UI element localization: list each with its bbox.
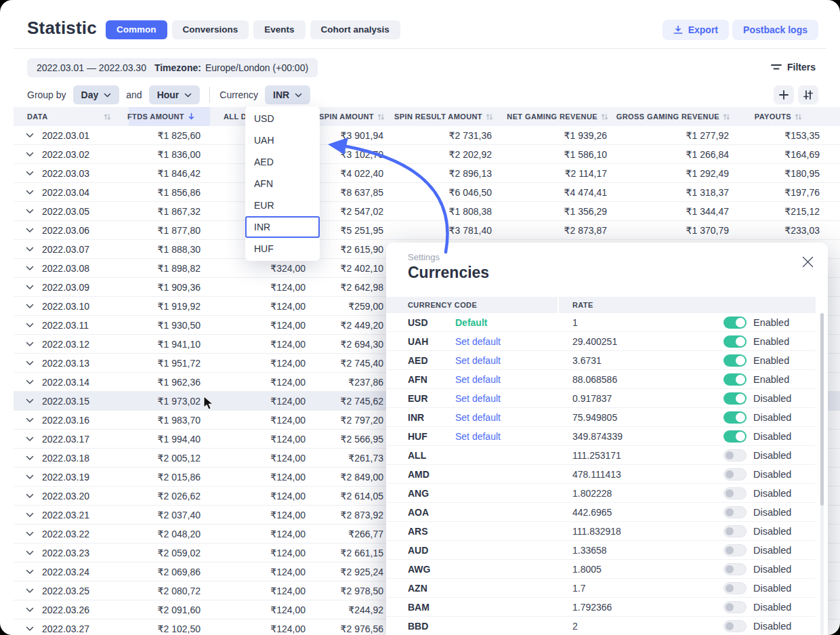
row-expand-chevron-icon[interactable] [26,190,34,195]
currency-toggle[interactable] [723,392,747,405]
currency-toggle[interactable] [723,563,747,575]
row-expand-chevron-icon[interactable] [26,436,34,442]
row-expand-chevron-icon[interactable] [26,626,34,632]
tab-events[interactable]: Events [253,20,305,39]
currency-rate: 0.917837 [572,389,612,407]
sort-icon[interactable] [104,113,111,121]
table-row[interactable]: 2022.03.05₹1 867,32₹2 547,02₹1 808,38₹1 … [14,202,840,221]
set-default-link[interactable]: Set default [455,370,501,388]
currency-select[interactable]: INR [265,85,310,104]
scrollbar-thumb[interactable] [820,313,824,506]
set-default-link[interactable]: Set default [455,389,501,407]
row-expand-chevron-icon[interactable] [26,380,34,385]
group-primary-value: Day [81,89,99,100]
currency-toggle[interactable] [723,506,747,518]
row-expand-chevron-icon[interactable] [26,133,34,138]
row-expand-chevron-icon[interactable] [26,531,34,537]
currency-toggle[interactable] [723,544,747,556]
column-header-net[interactable]: NET GAMING REVENUE [501,107,616,126]
sort-icon[interactable] [723,113,730,121]
add-column-button[interactable] [774,85,794,104]
currency-option-usd[interactable]: USD [245,108,320,129]
sort-icon[interactable] [601,113,608,121]
group-secondary-select[interactable]: Hour [149,85,201,104]
table-row[interactable]: 2022.03.04₹1 856,86₹8 637,85₹6 046,50₹4 … [14,183,840,202]
row-expand-chevron-icon[interactable] [26,398,34,404]
table-row[interactable]: 2022.03.03₹1 846,42₹4 022,40₹2 896,13₹2 … [14,164,840,183]
currency-toggle[interactable] [723,487,747,499]
column-header-spin_result[interactable]: SPIN RESULT AMOUNT [393,107,501,126]
currency-toggle[interactable] [723,430,747,443]
currency-option-aed[interactable]: AED [245,151,320,173]
table-row[interactable]: 2022.03.06₹1 877,80₹5 251,95₹3 781,40₹2 … [14,221,840,240]
sort-icon[interactable] [486,113,493,121]
row-expand-chevron-icon[interactable] [26,304,34,309]
row-expand-chevron-icon[interactable] [26,550,34,556]
set-default-link[interactable]: Set default [455,408,501,426]
date-range-chip[interactable]: 2022.03.01 — 2022.03.30 Timezone: Europe… [27,58,318,77]
all_deposits-cell: ₹124,00 [210,468,315,486]
table-row[interactable]: 2022.03.01₹1 825,60₹3 901,94₹2 731,36₹1 … [14,126,840,145]
currency-toggle[interactable] [723,354,747,367]
filters-button[interactable]: Filters [771,62,816,73]
row-expand-chevron-icon[interactable] [26,455,34,461]
row-expand-chevron-icon[interactable] [26,512,34,518]
row-expand-chevron-icon[interactable] [26,323,34,328]
column-settings-button[interactable] [798,85,818,104]
row-expand-chevron-icon[interactable] [26,285,34,290]
row-expand-chevron-icon[interactable] [26,417,34,423]
row-expand-chevron-icon[interactable] [26,209,34,214]
set-default-link[interactable]: Set default [455,351,501,369]
currency-toggle[interactable] [723,601,747,613]
gross-cell: ₹1 318,37 [616,183,738,201]
row-expand-chevron-icon[interactable] [26,342,34,347]
tab-common[interactable]: Common [106,20,167,39]
row-expand-chevron-icon[interactable] [26,152,34,157]
modal-scrollbar[interactable] [820,313,824,635]
currency-toggle[interactable] [723,468,747,480]
table-row[interactable]: 2022.03.02₹1 836,00₹3 102,70₹2 202,92₹1 … [14,145,840,164]
currency-toggle[interactable] [723,316,747,329]
column-header-gross[interactable]: GROSS GAMING REVENUE [616,107,738,126]
group-primary-select[interactable]: Day [73,85,120,104]
currency-toggle[interactable] [723,620,747,632]
tab-cohort-analysis[interactable]: Cohort analysis [310,20,400,39]
sort-icon[interactable] [795,113,802,121]
row-expand-chevron-icon[interactable] [26,569,34,575]
postback-logs-button[interactable]: Postback logs [732,20,818,40]
currency-toggle[interactable] [723,449,747,462]
set-default-link[interactable]: Set default [455,427,501,445]
all_deposits-cell: ₹124,00 [210,525,315,543]
close-icon[interactable] [799,253,816,270]
row-expand-chevron-icon[interactable] [26,588,34,594]
row-expand-chevron-icon[interactable] [26,607,34,613]
currency-option-afn[interactable]: AFN [245,173,320,194]
currency-toggle[interactable] [723,411,747,424]
currency-option-eur[interactable]: EUR [245,194,320,216]
set-default-link[interactable]: Set default [455,332,501,350]
currency-toggle[interactable] [723,335,747,348]
column-header-ftds[interactable]: FTDS AMOUNT [129,107,210,126]
row-expand-chevron-icon[interactable] [26,474,34,480]
currency-option-inr[interactable]: INR [245,216,320,238]
toggle-state-label: Disabled [753,427,791,445]
row-expand-chevron-icon[interactable] [26,361,34,366]
row-expand-chevron-icon[interactable] [26,171,34,176]
currency-option-huf[interactable]: HUF [245,238,320,260]
currency-toggle[interactable] [723,525,747,537]
column-header-spin[interactable]: SPIN AMOUNT [315,107,393,126]
currency-toggle[interactable] [723,582,747,594]
currency-option-uah[interactable]: UAH [245,129,320,151]
column-header-date[interactable]: DATA [14,107,129,126]
sort-desc-icon[interactable] [188,112,195,121]
toggle-state-label: Enabled [753,313,789,331]
tab-conversions[interactable]: Conversions [172,20,249,39]
row-expand-chevron-icon[interactable] [26,228,34,233]
export-button[interactable]: Export [663,20,729,40]
sort-icon[interactable] [377,113,385,121]
row-expand-chevron-icon[interactable] [26,266,34,271]
row-expand-chevron-icon[interactable] [26,247,34,252]
row-expand-chevron-icon[interactable] [26,493,34,499]
column-header-payouts[interactable]: PAYOUTS [738,107,826,126]
currency-toggle[interactable] [723,373,747,386]
